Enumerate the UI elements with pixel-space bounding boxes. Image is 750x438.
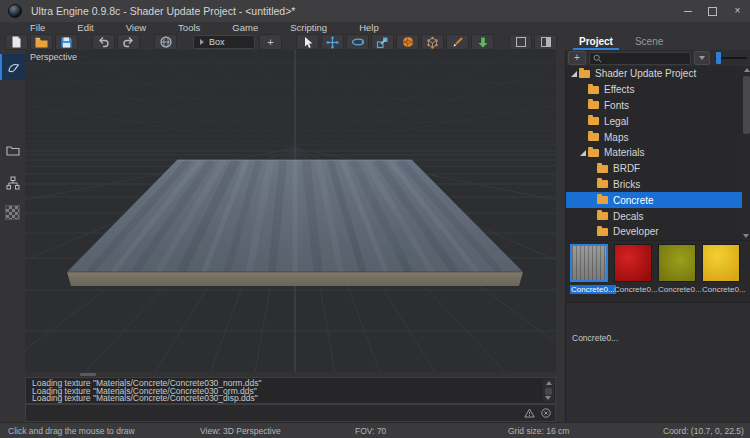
- scrollbar-thumb[interactable]: [545, 388, 552, 395]
- folder-icon: [597, 180, 608, 188]
- drop-tool-button[interactable]: [471, 34, 494, 50]
- scroll-up-icon: [744, 68, 750, 72]
- tree-item-effects[interactable]: Effects: [566, 82, 750, 98]
- folder-icon: [588, 101, 599, 109]
- single-viewport-button[interactable]: [509, 34, 532, 50]
- select-tool-button[interactable]: [296, 34, 319, 50]
- warning-icon[interactable]: [524, 408, 535, 418]
- scroll-down-icon: [545, 396, 551, 400]
- search-input[interactable]: [589, 52, 691, 65]
- tree-item-label: Effects: [604, 84, 634, 95]
- split-viewport-icon: [541, 37, 551, 47]
- folder-icon: [597, 228, 608, 236]
- scrollbar-thumb[interactable]: [743, 76, 750, 134]
- primitive-dropdown-value: Box: [209, 37, 225, 47]
- tree-item-label: Shader Update Project: [595, 68, 696, 79]
- face-tool-button[interactable]: [396, 34, 419, 50]
- minimize-button[interactable]: [675, 0, 700, 22]
- menu-help[interactable]: Help: [343, 22, 395, 34]
- menu-tools[interactable]: Tools: [162, 22, 216, 34]
- tree-item-decals[interactable]: Decals: [566, 208, 750, 224]
- status-coord: Coord: (10.7, 0, 22.5): [663, 426, 744, 436]
- rotate-tool-button[interactable]: [346, 34, 369, 50]
- scale-tool-button[interactable]: [371, 34, 394, 50]
- panel-splitter-vertical[interactable]: [556, 50, 565, 422]
- thumbnail-size-slider[interactable]: [715, 52, 747, 64]
- tab-scene[interactable]: Scene: [627, 36, 671, 50]
- world-settings-button[interactable]: [154, 34, 177, 50]
- expand-arrow-placeholder: [579, 101, 588, 110]
- plus-icon: +: [574, 53, 580, 63]
- tree-item-label: Concrete: [613, 195, 654, 206]
- add-asset-button[interactable]: +: [568, 51, 586, 65]
- tree-item-label: Fonts: [604, 100, 629, 111]
- expand-arrow-placeholder: [579, 85, 588, 94]
- expand-arrow-icon[interactable]: [579, 148, 588, 157]
- paint-tool-button[interactable]: [446, 34, 469, 50]
- menu-file[interactable]: File: [14, 22, 61, 34]
- expand-arrow-icon[interactable]: [570, 69, 579, 78]
- menu-view[interactable]: View: [110, 22, 162, 34]
- console-input[interactable]: [25, 404, 556, 422]
- folder-icon: [579, 70, 590, 78]
- hierarchy-tool-button[interactable]: [0, 173, 25, 193]
- folder-icon: [588, 117, 599, 125]
- menu-scripting[interactable]: Scripting: [274, 22, 343, 34]
- console-log[interactable]: Loading texture "Materials/Concrete/Conc…: [25, 377, 556, 404]
- open-project-button[interactable]: [30, 34, 53, 50]
- add-primitive-button[interactable]: +: [259, 34, 282, 50]
- console-scrollbar[interactable]: [543, 379, 554, 402]
- thumbnail-concrete-red[interactable]: [614, 244, 652, 282]
- log-list-icon[interactable]: [509, 409, 518, 417]
- title-bar: Ultra Engine 0.9.8c - Shader Update Proj…: [0, 0, 750, 22]
- thumbnail-label: Concrete0...: [702, 285, 746, 294]
- tree-item-bricks[interactable]: Bricks: [566, 177, 750, 193]
- tab-project[interactable]: Project: [571, 36, 621, 50]
- thumbnail-concrete-olive[interactable]: [658, 244, 696, 282]
- split-viewport-button[interactable]: [534, 34, 557, 50]
- assets-tool-button[interactable]: [0, 140, 25, 160]
- move-tool-button[interactable]: [321, 34, 344, 50]
- tree-item-legal[interactable]: Legal: [566, 113, 750, 129]
- slider-handle[interactable]: [716, 52, 721, 64]
- error-icon[interactable]: [541, 408, 551, 418]
- minimize-icon: [684, 11, 692, 12]
- status-view: View: 3D Perspective: [200, 426, 281, 436]
- tree-item-shader-update-project[interactable]: Shader Update Project: [566, 66, 750, 82]
- close-button[interactable]: ×: [725, 0, 750, 22]
- tree-item-maps[interactable]: Maps: [566, 129, 750, 145]
- thumbnail-concrete-gray[interactable]: [570, 244, 608, 282]
- toolbar-band: Box +: [0, 34, 750, 50]
- new-file-button[interactable]: [5, 34, 28, 50]
- menu-edit[interactable]: Edit: [61, 22, 109, 34]
- hierarchy-icon: [6, 176, 20, 190]
- maximize-button[interactable]: [700, 0, 725, 22]
- tree-item-brdf[interactable]: BRDF: [566, 161, 750, 177]
- texture-tool-button[interactable]: [0, 202, 25, 222]
- tree-item-concrete[interactable]: Concrete: [566, 192, 750, 208]
- plus-icon: +: [267, 37, 273, 47]
- tree-item-fonts[interactable]: Fonts: [566, 98, 750, 114]
- status-grid: Grid size: 16 cm: [508, 426, 569, 436]
- preview-asset-name: Concrete0...: [572, 333, 618, 343]
- save-button[interactable]: [55, 34, 78, 50]
- tool-sidebar: [0, 50, 25, 422]
- expand-arrow-placeholder: [588, 212, 597, 221]
- redo-button[interactable]: [117, 34, 140, 50]
- primitive-dropdown[interactable]: Box: [193, 35, 255, 49]
- tree-item-developer[interactable]: Developer: [566, 224, 750, 240]
- drop-arrow-icon: [477, 36, 489, 48]
- vertex-tool-button[interactable]: [421, 34, 444, 50]
- menu-game[interactable]: Game: [216, 22, 274, 34]
- undo-icon: [97, 36, 110, 48]
- tree-scrollbar[interactable]: [742, 66, 750, 240]
- filter-dropdown-button[interactable]: [694, 51, 710, 65]
- viewport-3d[interactable]: Perspective: [25, 50, 556, 372]
- tree-item-label: Legal: [604, 116, 628, 127]
- tree-item-materials[interactable]: Materials: [566, 145, 750, 161]
- folder-icon: [588, 86, 599, 94]
- status-fov: FOV: 70: [355, 426, 386, 436]
- undo-button[interactable]: [92, 34, 115, 50]
- draw-tool-button[interactable]: [0, 54, 25, 80]
- thumbnail-concrete-yellow[interactable]: [702, 244, 740, 282]
